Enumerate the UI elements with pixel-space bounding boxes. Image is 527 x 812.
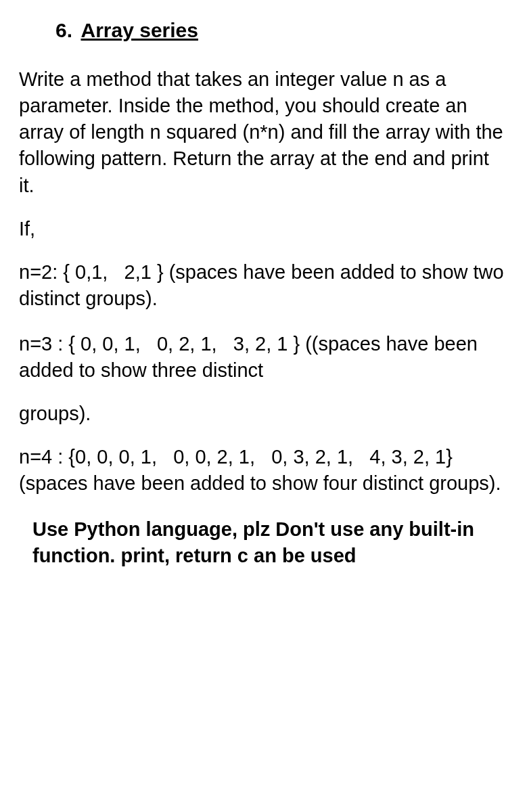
if-label: If, bbox=[19, 218, 508, 240]
intro-paragraph: Write a method that takes an integer val… bbox=[19, 66, 508, 199]
example-n2: n=2: { 0,1, 2,1 } (spaces have been adde… bbox=[19, 259, 508, 312]
problem-heading: 6. Array series bbox=[19, 19, 508, 42]
heading-number: 6. bbox=[55, 19, 72, 41]
language-note: Use Python language, plz Don't use any b… bbox=[19, 516, 508, 569]
example-n4: n=4 : {0, 0, 0, 1, 0, 0, 2, 1, 0, 3, 2, … bbox=[19, 444, 508, 497]
heading-title: Array series bbox=[81, 19, 198, 41]
groups-label: groups). bbox=[19, 403, 508, 425]
example-n3: n=3 : { 0, 0, 1, 0, 2, 1, 3, 2, 1 } ((sp… bbox=[19, 331, 508, 384]
